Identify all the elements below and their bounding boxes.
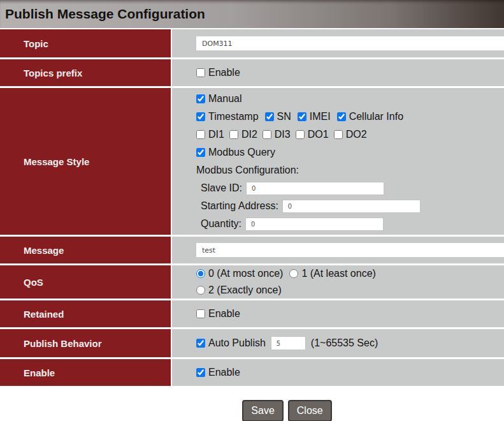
auto-publish-interval-input[interactable] <box>271 336 306 350</box>
row-qos-content: 0 (At most once) 1 (At least once) 2 (Ex… <box>172 265 504 299</box>
qos-2-radio[interactable]: 2 (Exactly once) <box>196 284 282 296</box>
do1-label: DO1 <box>308 129 329 140</box>
do2-checkbox[interactable]: DO2 <box>334 129 367 140</box>
row-topic-content <box>172 29 504 57</box>
retained-enable-checkbox[interactable]: Enable <box>196 308 240 320</box>
row-message: Message <box>0 237 504 263</box>
di3-checkbox[interactable]: DI3 <box>263 129 291 140</box>
imei-label: IMEI <box>310 111 331 122</box>
modbus-query-checkbox[interactable]: Modbus Query <box>196 147 275 158</box>
config-table: Topic Topics prefix Enable Message Style <box>0 29 504 386</box>
enable-checkbox[interactable]: Enable <box>196 367 240 378</box>
row-topics-prefix-content: Enable <box>172 59 504 86</box>
do1-checkbox[interactable]: DO1 <box>296 129 329 140</box>
row-message-content <box>172 237 504 263</box>
qos-0-radio[interactable]: 0 (At most once) <box>196 268 283 279</box>
di2-checkbox-input[interactable] <box>229 130 238 139</box>
timestamp-checkbox-input[interactable] <box>196 112 205 121</box>
sn-label: SN <box>277 111 291 122</box>
row-qos-header: QoS <box>0 265 172 299</box>
di1-checkbox[interactable]: DI1 <box>196 129 224 140</box>
row-topic-label: Topic <box>24 38 48 49</box>
modbus-config-heading-line: Modbus Configuration: <box>196 161 504 179</box>
topic-input[interactable] <box>196 36 504 50</box>
timestamp-label: Timestamp <box>208 111 259 122</box>
retained-enable-checkbox-input[interactable] <box>196 309 205 318</box>
row-topic-header: Topic <box>0 29 172 57</box>
row-retained-header: Retained <box>0 300 172 327</box>
cellular-info-checkbox[interactable]: Cellular Info <box>337 111 403 122</box>
di2-label: DI2 <box>241 129 257 140</box>
enable-label: Enable <box>208 367 240 378</box>
row-publish-behavior: Publish Behavior Auto Publish (1~65535 S… <box>0 329 504 357</box>
do1-checkbox-input[interactable] <box>296 130 305 139</box>
row-qos: QoS 0 (At most once) 1 (At least once) <box>0 265 504 299</box>
qos-line-1: 0 (At most once) 1 (At least once) <box>196 265 382 282</box>
qos-1-radio[interactable]: 1 (At least once) <box>289 268 376 279</box>
slave-id-line: Slave ID: <box>201 179 504 197</box>
starting-address-input[interactable] <box>282 200 421 213</box>
topics-prefix-enable-checkbox-input[interactable] <box>196 68 205 77</box>
io-options-line: DI1 DI2 DI3 DO1 <box>196 126 504 144</box>
action-buttons: Save Close <box>0 400 504 421</box>
di2-checkbox[interactable]: DI2 <box>229 129 257 140</box>
modbus-query-line: Modbus Query <box>196 144 504 161</box>
di3-checkbox-input[interactable] <box>263 130 271 139</box>
qos-2-radio-input[interactable] <box>196 286 205 295</box>
page-title: Publish Message Configuration <box>0 6 205 22</box>
row-topics-prefix-header: Topics prefix <box>0 59 172 86</box>
manual-checkbox[interactable]: Manual <box>196 93 241 105</box>
cellular-info-label: Cellular Info <box>349 111 403 122</box>
di1-label: DI1 <box>208 129 224 140</box>
imei-checkbox[interactable]: IMEI <box>298 111 331 122</box>
qos-1-radio-input[interactable] <box>289 269 298 278</box>
row-message-style-content: Manual Timestamp SN IMEI <box>172 88 504 235</box>
quantity-line: Quantity: <box>201 215 504 233</box>
row-qos-label: QoS <box>24 277 43 288</box>
row-enable: Enable Enable <box>0 359 504 386</box>
manual-checkbox-input[interactable] <box>196 94 205 103</box>
starting-address-label: Starting Address: <box>201 200 278 212</box>
save-button[interactable]: Save <box>242 400 283 421</box>
row-message-header: Message <box>0 237 172 263</box>
do2-checkbox-input[interactable] <box>334 130 343 139</box>
sn-checkbox-input[interactable] <box>265 112 274 121</box>
quantity-label: Quantity: <box>201 218 241 230</box>
slave-id-input[interactable] <box>246 182 384 195</box>
row-message-style-header: Message Style <box>0 88 172 235</box>
topics-prefix-enable-checkbox[interactable]: Enable <box>196 67 240 78</box>
row-retained-label: Retained <box>24 309 64 320</box>
modbus-query-label: Modbus Query <box>208 147 275 158</box>
di3-label: DI3 <box>275 129 291 140</box>
close-button[interactable]: Close <box>288 400 332 421</box>
di1-checkbox-input[interactable] <box>196 130 205 139</box>
title-bar: Publish Message Configuration <box>0 0 504 28</box>
cellular-info-checkbox-input[interactable] <box>337 112 346 121</box>
row-publish-behavior-header: Publish Behavior <box>0 329 172 357</box>
qos-0-radio-input[interactable] <box>196 269 205 278</box>
auto-publish-checkbox-input[interactable] <box>196 339 205 348</box>
row-publish-behavior-content: Auto Publish (1~65535 Sec) <box>172 329 504 357</box>
auto-publish-range-hint: (1~65535 Sec) <box>311 337 378 349</box>
sn-checkbox[interactable]: SN <box>265 111 291 122</box>
row-enable-content: Enable <box>172 359 504 386</box>
enable-checkbox-input[interactable] <box>196 368 205 377</box>
auto-publish-checkbox[interactable]: Auto Publish <box>196 337 266 349</box>
modbus-query-checkbox-input[interactable] <box>196 148 205 157</box>
timestamp-checkbox[interactable]: Timestamp <box>196 111 259 122</box>
row-enable-header: Enable <box>0 359 172 386</box>
row-publish-behavior-label: Publish Behavior <box>24 338 102 349</box>
row-topics-prefix: Topics prefix Enable <box>0 59 504 86</box>
message-input[interactable] <box>196 243 504 257</box>
row-message-style: Message Style Manual Timestamp <box>0 88 504 235</box>
starting-address-line: Starting Address: <box>201 197 504 215</box>
row-topics-prefix-label: Topics prefix <box>24 68 82 78</box>
quantity-input[interactable] <box>245 218 384 231</box>
auto-publish-label: Auto Publish <box>208 337 266 349</box>
manual-line: Manual <box>196 90 504 108</box>
row-message-style-label: Message Style <box>24 156 89 167</box>
imei-checkbox-input[interactable] <box>298 112 306 121</box>
qos-0-label: 0 (At most once) <box>208 268 283 279</box>
row-message-label: Message <box>24 245 64 256</box>
modbus-config-heading: Modbus Configuration: <box>196 165 299 176</box>
